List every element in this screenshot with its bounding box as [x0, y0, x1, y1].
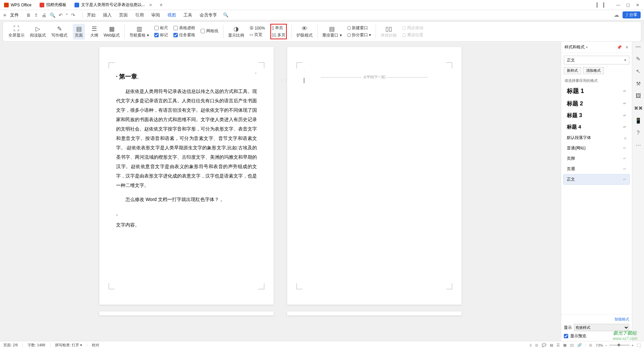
page-3-stub[interactable] — [99, 311, 274, 315]
reading-layout-button[interactable]: ▷阅读版式 — [30, 25, 46, 38]
tab-reference[interactable]: 引用 — [135, 12, 144, 18]
writing-mode-button[interactable]: ✎写作模式 — [51, 25, 67, 38]
tab-review[interactable]: 审阅 — [151, 12, 160, 18]
phone-icon[interactable]: 📱 — [635, 117, 642, 124]
style-item-h4[interactable]: 标题 4↵ — [563, 121, 630, 133]
style-item-h1[interactable]: 标题 1↵ — [563, 85, 630, 97]
outline-button[interactable]: ☰大纲 — [90, 25, 98, 38]
style-item-normal-web[interactable]: 普通(网站)↵ — [563, 143, 630, 153]
tab-page[interactable]: 页面 — [119, 12, 128, 18]
search-icon[interactable]: 🔍 — [223, 12, 228, 17]
zoom-in-icon[interactable]: + — [632, 343, 634, 347]
tools-icon[interactable]: ✖✖ — [634, 105, 643, 111]
web-layout-button[interactable]: ▦Web版式 — [104, 25, 120, 38]
focus-icon[interactable]: ◎ — [535, 343, 538, 347]
app-tab-template[interactable]: 找稻壳模板 — [36, 0, 70, 10]
cube-icon[interactable] — [603, 3, 604, 7]
split-window-button[interactable]: ▢ 拆分窗口 ▾ — [347, 32, 371, 38]
zoom-slider[interactable] — [609, 345, 630, 346]
minimize-panel-icon[interactable]: — — [636, 44, 641, 50]
eye-care-button[interactable]: 👁护眼模式 — [297, 25, 313, 38]
fullscreen-button[interactable]: ⛶全屏显示 — [8, 25, 24, 38]
clear-format-button[interactable]: 清除格式 — [583, 67, 604, 74]
export-icon[interactable]: ⇪ — [34, 12, 38, 18]
redo-icon[interactable]: ↷ — [71, 12, 75, 18]
zoom-out-icon[interactable]: − — [605, 343, 607, 347]
markup-checkbox[interactable]: 标记 — [154, 32, 168, 38]
arrange-windows-button[interactable]: ▤重排窗口 ▾ — [322, 25, 341, 38]
gridlines-checkbox[interactable]: 网格线 — [201, 28, 218, 34]
spellcheck-status[interactable]: 拼写检查: 打开 ▾ — [55, 343, 82, 348]
proof-button[interactable]: 校对 — [92, 343, 99, 348]
cloud-icon[interactable]: ☁ — [614, 12, 619, 18]
link-icon[interactable]: 🔗 — [577, 343, 582, 347]
print-preview-icon[interactable]: 🔍 — [50, 12, 55, 18]
page-2[interactable]: ⋮⋮ . . 分节符(下一页) — [287, 47, 462, 305]
new-window-button[interactable]: ▢ 新建窗口 — [347, 25, 371, 31]
hamburger-icon[interactable]: ≡ — [3, 12, 6, 18]
smart-format-link[interactable]: 智能格式 — [564, 317, 629, 322]
page-layout-button[interactable]: ▤页面 — [73, 24, 85, 40]
panel-dropdown-icon[interactable]: ▾ — [586, 45, 588, 49]
zoom-100[interactable]: ⦿ 100% — [250, 26, 265, 31]
settings-icon[interactable]: ⚒ — [636, 81, 641, 87]
save-icon[interactable]: 🗎 — [26, 12, 31, 18]
style-item-footer[interactable]: 页脚↵ — [563, 153, 630, 164]
zoom-button[interactable]: ◑显示比例 — [228, 25, 244, 38]
document-area[interactable]: • 第一章。 赵依依是人类用符号记录表达信息以传之久远的方式和工具。现代文字大多… — [0, 42, 561, 341]
view-outline-icon[interactable]: ☰ — [556, 343, 560, 347]
show-preview-checkbox[interactable]: 显示预览 — [564, 333, 629, 339]
style-item-default-font[interactable]: 默认段落字体a — [563, 133, 630, 143]
fullscreen-icon[interactable]: ⛶ — [637, 343, 641, 347]
current-style-select[interactable]: 正文 ▾ — [564, 56, 629, 64]
target-icon[interactable]: ◎ — [589, 343, 592, 347]
style-item-header[interactable]: 页眉↵ — [563, 164, 630, 174]
edit-icon[interactable]: ✎ — [636, 56, 640, 62]
drag-handle-icon[interactable]: ⋮⋮ — [280, 77, 287, 84]
view-print-icon[interactable]: ▤ — [550, 343, 553, 347]
image-icon[interactable]: 🖼 — [636, 93, 641, 99]
close-button[interactable]: ✕ — [636, 3, 639, 7]
view-side-icon[interactable]: ▯▯ — [570, 343, 574, 347]
share-button[interactable]: ⤴ 分享 — [623, 11, 641, 18]
maximize-button[interactable]: ▢ — [626, 3, 630, 7]
new-tab-button[interactable]: + — [156, 2, 166, 8]
more-icon[interactable]: ⋯ — [636, 142, 641, 148]
tab-member[interactable]: 会员专享 — [200, 12, 217, 18]
style-item-h2[interactable]: 标题 2↵ — [563, 97, 630, 110]
tab-tools[interactable]: 工具 — [183, 12, 192, 18]
style-item-h3[interactable]: 标题 3↵ — [563, 110, 630, 121]
undo-dropdown[interactable]: ▾ — [66, 12, 68, 18]
comment-icon[interactable]: 💬 — [542, 343, 546, 347]
undo-icon[interactable]: ↶ — [59, 12, 63, 18]
task-pane-checkbox[interactable]: 任务窗格 — [173, 32, 195, 38]
new-style-button[interactable]: 新样式 — [564, 67, 581, 74]
print-icon[interactable]: 🖨 — [42, 12, 46, 18]
nav-pane-button[interactable]: ▥导航窗格 ▾ — [129, 25, 149, 38]
app-tab-wps[interactable]: WPS Office — [0, 0, 36, 10]
tab-insert[interactable]: 插入 — [103, 12, 112, 18]
view-web-icon[interactable]: ▦ — [563, 343, 567, 347]
help-icon[interactable]: ? — [637, 130, 640, 136]
select-icon[interactable]: ↖ — [636, 68, 640, 74]
tab-start[interactable]: 开始 — [87, 12, 96, 18]
minimize-button[interactable]: — — [616, 3, 620, 7]
single-page-button[interactable]: ▯ 单页 — [272, 25, 285, 31]
style-item-body[interactable]: 正文↵ — [563, 174, 630, 185]
page-1[interactable]: • 第一章。 赵依依是人类用符号记录表达信息以传之久远的方式和工具。现代文字大多… — [99, 47, 274, 305]
word-count[interactable]: 字数: 1488 — [28, 343, 45, 348]
page-4-stub[interactable] — [287, 311, 462, 315]
panel-close-icon[interactable]: ✕ — [625, 45, 629, 50]
show-filter-select[interactable]: 有效样式 — [574, 324, 629, 331]
tab-close-icon[interactable]: ✕ — [149, 3, 152, 7]
multi-page-button[interactable]: ▯▯ 多页 — [272, 32, 285, 38]
file-menu[interactable]: 文件 — [7, 12, 21, 18]
app-tab-document[interactable]: 文字是人类用符号记录表达信息以... ✕ — [70, 0, 156, 10]
zoom-control[interactable]: 73% − + — [596, 343, 634, 347]
pin-icon[interactable]: 📌 — [617, 45, 622, 50]
page-width[interactable]: ▭ 页宽 — [250, 32, 265, 38]
layout-icon[interactable] — [597, 3, 597, 7]
book-icon[interactable]: ▯ — [530, 343, 532, 347]
ruler-checkbox[interactable]: 标尺 — [154, 25, 168, 31]
table-border-checkbox[interactable]: 表格虚框 — [173, 25, 195, 31]
